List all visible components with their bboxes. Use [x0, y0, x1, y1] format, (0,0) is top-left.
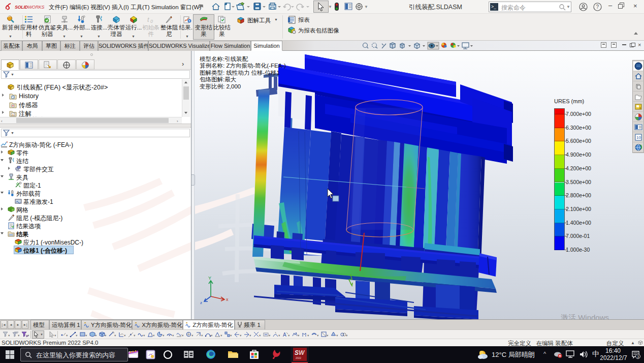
svg-text:10: 10 [636, 135, 641, 140]
svg-text:t: t [147, 16, 150, 23]
svg-text:SOLIDWORKS: SOLIDWORKS [15, 5, 44, 10]
svg-text:3: 3 [637, 355, 639, 358]
svg-text:x: x [226, 297, 229, 302]
svg-text:?: ? [596, 4, 599, 10]
svg-text:Y: Y [208, 276, 211, 281]
svg-text:z: z [200, 300, 202, 305]
svg-text:0: 0 [150, 19, 153, 23]
svg-text:A: A [283, 332, 286, 338]
